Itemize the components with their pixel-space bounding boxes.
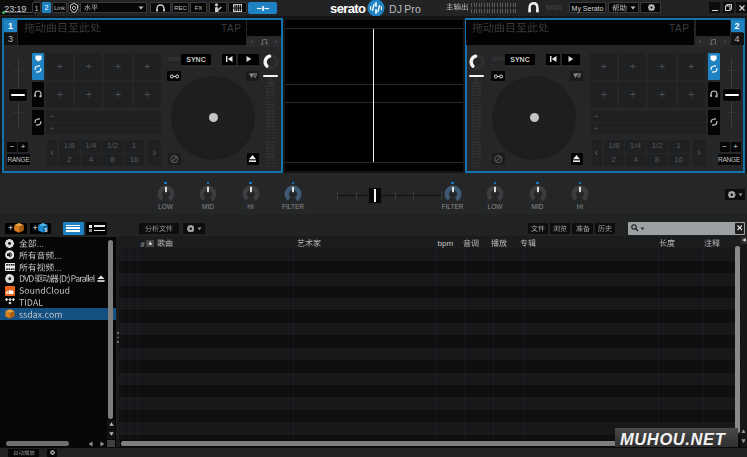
svg-text:$: $ [44,227,47,233]
